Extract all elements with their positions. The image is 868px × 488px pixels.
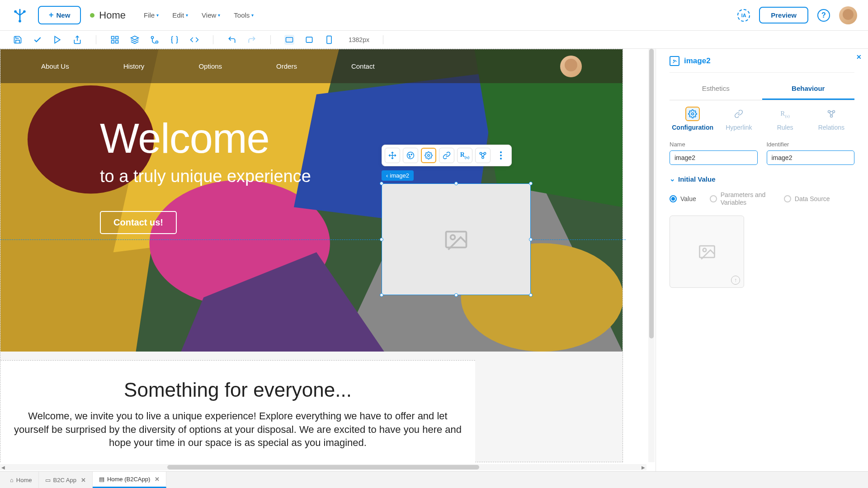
horizontal-scrollbar[interactable]: ◀ ▶ (0, 464, 646, 470)
svg-point-34 (482, 156, 484, 159)
menu-file[interactable]: File▾ (144, 11, 159, 19)
subtab-configuration[interactable]: Configuration (670, 107, 716, 131)
radio-datasource[interactable]: Data Source (784, 195, 830, 202)
save-icon[interactable] (13, 35, 23, 45)
name-input[interactable] (670, 150, 758, 165)
mobile-view-icon[interactable] (324, 35, 334, 45)
nav-history[interactable]: History (123, 62, 145, 70)
new-button-label: New (57, 11, 71, 19)
subtab-relations[interactable]: Relations (808, 107, 854, 131)
desktop-view-icon[interactable] (284, 35, 294, 45)
hero-cta-button[interactable]: Contact us! (100, 211, 177, 234)
link-tool-icon[interactable] (439, 148, 454, 163)
nav-orders[interactable]: Orders (276, 62, 297, 70)
nav-options[interactable]: Options (198, 62, 222, 70)
breadcrumb: Home (90, 9, 126, 21)
radio-parameters[interactable]: Parameters and Variables (710, 191, 770, 206)
bottom-tab-home[interactable]: ⌂ Home (4, 472, 39, 488)
initial-value-section[interactable]: ⌄ Initial Value (670, 175, 854, 183)
site-user-avatar[interactable] (560, 56, 582, 77)
identifier-input[interactable] (767, 150, 855, 165)
resize-handle[interactable] (529, 238, 533, 241)
status-dot-icon (90, 13, 94, 18)
play-icon[interactable] (52, 35, 62, 45)
svg-point-32 (480, 152, 482, 155)
home-icon: ⌂ (10, 477, 14, 483)
redo-icon[interactable] (247, 35, 257, 45)
svg-rect-8 (112, 40, 114, 43)
braces-icon[interactable] (170, 35, 179, 45)
tab-behaviour[interactable]: Behaviour (762, 80, 855, 100)
bottom-tab-home-app[interactable]: ▤ Home (B2CApp) ✕ (93, 472, 166, 488)
resize-handle[interactable] (529, 293, 533, 297)
svg-point-1 (23, 10, 26, 13)
subtab-hyperlink[interactable]: Hyperlink (716, 107, 762, 131)
scroll-right-icon[interactable]: ▶ (640, 464, 646, 470)
svg-rect-5 (112, 36, 114, 39)
design-canvas[interactable]: About Us History Options Orders Contact … (0, 49, 623, 462)
flow-icon[interactable] (150, 35, 160, 45)
menu-view[interactable]: View▾ (202, 11, 220, 19)
new-button[interactable]: + New (38, 6, 81, 24)
nav-about[interactable]: About Us (41, 62, 69, 70)
resize-handle[interactable] (529, 182, 533, 185)
resize-handle[interactable] (454, 182, 458, 185)
close-tab-icon[interactable]: ✕ (155, 476, 160, 483)
link-icon (731, 107, 746, 121)
svg-point-38 (500, 151, 502, 153)
svg-point-10 (151, 36, 154, 38)
scrollbar-thumb[interactable] (167, 465, 479, 469)
close-tab-icon[interactable]: ✕ (81, 477, 86, 483)
scroll-left-icon[interactable]: ◀ (0, 464, 6, 470)
close-panel-icon[interactable]: ✕ (856, 53, 862, 61)
scrollbar-thumb[interactable] (649, 49, 654, 338)
svg-rect-6 (116, 36, 118, 39)
tab-esthetics[interactable]: Esthetics (670, 80, 762, 100)
nav-contact[interactable]: Contact (351, 62, 375, 70)
upload-icon[interactable]: ↑ (731, 276, 740, 285)
radio-value[interactable]: Value (670, 195, 696, 202)
svg-point-43 (674, 60, 675, 61)
radio-icon (670, 195, 677, 202)
plus-icon: + (49, 10, 54, 20)
chevron-down-icon: ▾ (156, 13, 159, 18)
svg-point-47 (830, 115, 832, 117)
relations-tool-icon[interactable] (475, 148, 491, 163)
chevron-down-icon: ▾ (186, 13, 188, 18)
menu-tools[interactable]: Tools▾ (234, 11, 254, 19)
selection-breadcrumb[interactable]: ‹ image2 (382, 170, 414, 181)
app-logo-icon[interactable] (11, 6, 29, 24)
export-icon[interactable] (72, 35, 82, 45)
vertical-scrollbar[interactable] (648, 49, 655, 462)
resize-handle[interactable] (454, 293, 458, 297)
tablet-view-icon[interactable] (304, 35, 314, 45)
user-avatar[interactable] (839, 6, 857, 24)
bottom-tab-b2c-app[interactable]: ▭ B2C App ✕ (39, 472, 93, 488)
page-title: Home (99, 9, 126, 21)
radio-icon (784, 195, 791, 202)
configure-tool-icon[interactable] (421, 148, 436, 163)
code-icon[interactable] (189, 35, 199, 45)
preview-button[interactable]: Preview (759, 7, 808, 23)
chevron-down-icon: ▾ (218, 13, 220, 18)
resize-handle[interactable] (380, 293, 383, 297)
check-icon[interactable] (33, 35, 42, 45)
undo-icon[interactable] (227, 35, 237, 45)
svg-point-0 (14, 10, 17, 13)
layers-icon[interactable] (130, 35, 140, 45)
subtab-rules[interactable]: R(x) Rules (762, 107, 808, 131)
components-icon[interactable] (110, 35, 120, 45)
image-type-icon (670, 56, 679, 66)
resize-handle[interactable] (380, 238, 383, 241)
palette-tool-icon[interactable] (403, 148, 418, 163)
more-tool-icon[interactable] (493, 148, 509, 163)
ia-badge-icon[interactable]: IA (737, 9, 750, 22)
menu-edit[interactable]: Edit▾ (172, 11, 188, 19)
move-tool-icon[interactable] (385, 148, 400, 163)
rules-tool-icon[interactable]: R(x) (457, 148, 472, 163)
svg-point-40 (500, 158, 502, 160)
resize-handle[interactable] (380, 182, 383, 185)
selected-element-image2[interactable] (382, 183, 531, 295)
help-icon[interactable]: ? (817, 9, 830, 22)
image-value-placeholder[interactable]: ↑ (670, 216, 744, 288)
